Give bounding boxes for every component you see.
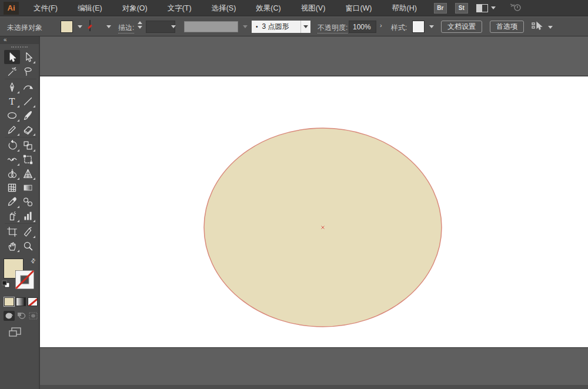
gradient-button[interactable] [16,297,26,306]
menu-item-7[interactable]: 窗口(W) [335,0,382,16]
tool-blend[interactable] [20,195,36,209]
fill-color-dropdown[interactable] [74,21,83,33]
stroke-weight-stepper[interactable] [138,21,142,29]
opacity-field[interactable]: 100% [349,21,376,33]
menu-item-1[interactable]: 编辑(E) [68,0,112,16]
tool-selection[interactable] [4,50,20,64]
stroke-weight-label[interactable]: 描边: [118,23,134,33]
menu-item-6[interactable]: 视图(V) [291,0,336,16]
tool-shape-builder[interactable] [4,166,20,180]
tool-pencil[interactable] [4,122,20,136]
menu-item-0[interactable]: 文件(F) [24,0,68,16]
collapse-panel-button[interactable]: « [0,36,39,44]
menu-item-8[interactable]: 帮助(H) [382,0,427,16]
direct-selection-tool-icon [22,52,34,63]
fill-color-swatch[interactable] [61,21,73,33]
opacity-label[interactable]: 不透明度: [318,23,348,33]
blend-tool-icon [22,196,34,207]
tool-lasso[interactable] [20,64,36,78]
tool-column-graph[interactable] [20,209,36,223]
tool-zoom[interactable] [20,239,36,253]
style-swatch[interactable] [412,21,425,33]
shape-builder-tool-icon [6,168,18,179]
type-tool-icon: T [6,96,18,107]
chevron-down-icon [491,6,496,9]
align-options-icon[interactable] [531,21,543,34]
draw-behind-mode-icon[interactable] [16,311,27,321]
symbol-sprayer-tool-icon [6,210,18,222]
opacity-panel-arrow[interactable]: › [380,22,387,31]
tool-rotate[interactable] [4,138,20,152]
tool-scale[interactable] [20,138,36,152]
menubar: Ai 文件(F)编辑(E)对象(O)文字(T)选择(S)效果(C)视图(V)窗口… [0,0,588,16]
stroke-color-dropdown[interactable] [102,21,112,33]
ellipse-shape[interactable] [40,76,587,348]
menu-item-2[interactable]: 对象(O) [112,0,158,16]
scale-tool-icon [22,140,34,151]
panel-grip[interactable] [11,46,28,48]
tool-mesh[interactable] [4,180,20,195]
stroke-color-swatch[interactable] [89,20,91,31]
artboard[interactable] [40,76,588,348]
menu-item-4[interactable]: 选择(S) [202,0,246,16]
workspace-switcher[interactable] [476,4,496,12]
tool-type[interactable]: T [4,94,20,108]
bridge-button[interactable]: Br [434,3,447,14]
variable-width-profile-dropdown[interactable] [184,21,238,32]
tool-free-transform[interactable] [20,152,36,166]
draw-normal-mode-icon[interactable] [4,311,15,321]
cs-live-icon[interactable] [509,2,523,15]
pen-tool-icon [6,82,18,93]
tool-eyedropper[interactable] [4,195,20,209]
document-setup-button[interactable]: 文档设置 [441,21,482,33]
tool-curvature[interactable] [20,80,36,94]
none-button[interactable] [28,297,38,306]
tool-slice[interactable] [20,224,36,239]
chevron-down-icon [171,25,176,28]
variable-width-profile-chevron[interactable] [239,21,248,33]
menu-items: 文件(F)编辑(E)对象(O)文字(T)选择(S)效果(C)视图(V)窗口(W)… [24,0,427,16]
tool-ellipse[interactable] [4,108,20,122]
draw-inside-mode-icon[interactable] [28,311,39,321]
brush-definition-dropdown[interactable]: • 3 点圆形 [252,21,300,33]
tool-width[interactable] [4,152,20,166]
control-bar: 未选择对象 描边: • 3 点圆形 不透明度: 100% › 样式: 文档设置 … [0,17,588,36]
brush-definition-chevron[interactable] [300,21,310,33]
tool-artboard[interactable] [4,224,20,239]
tool-perspective-grid[interactable] [20,166,36,180]
width-tool-icon [6,154,18,165]
column-graph-tool-icon [22,210,34,222]
magic-wand-tool-icon [6,66,18,77]
tool-paintbrush[interactable] [20,108,36,122]
gradient-tool-icon [22,182,34,193]
default-fill-stroke-icon[interactable] [2,280,10,290]
tool-symbol-sprayer[interactable] [4,209,20,223]
tool-pen[interactable] [4,80,20,94]
tool-direct-selection[interactable] [20,50,36,64]
style-panel-button[interactable]: St [455,3,468,14]
menu-item-5[interactable]: 效果(C) [246,0,290,16]
color-button[interactable] [4,297,14,306]
style-dropdown[interactable] [425,21,435,33]
menubar-right: Br St [434,2,523,15]
canvas-pasteboard[interactable] [40,36,588,389]
swap-fill-stroke-icon[interactable]: ⇄ [29,257,37,265]
svg-text:T: T [9,96,15,106]
tool-hand[interactable] [4,239,20,253]
pencil-tool-icon [6,124,18,135]
tool-eraser[interactable] [20,122,36,136]
align-options-chevron[interactable] [544,21,553,33]
chevron-down-icon [548,26,553,29]
change-screen-mode-icon[interactable] [8,327,39,340]
brush-definition-value: 3 点圆形 [262,22,289,32]
stroke-proxy-swatch[interactable] [15,270,34,291]
menu-item-3[interactable]: 文字(T) [158,0,202,16]
preferences-button[interactable]: 首选项 [490,21,524,33]
tool-magic-wand[interactable] [4,64,20,78]
paint-mode-row [0,295,39,306]
tool-line-segment[interactable] [20,94,36,108]
tool-gradient[interactable] [20,180,36,195]
slice-tool-icon [22,226,34,237]
chevron-down-icon [303,25,308,28]
stroke-weight-dropdown[interactable] [167,21,176,33]
